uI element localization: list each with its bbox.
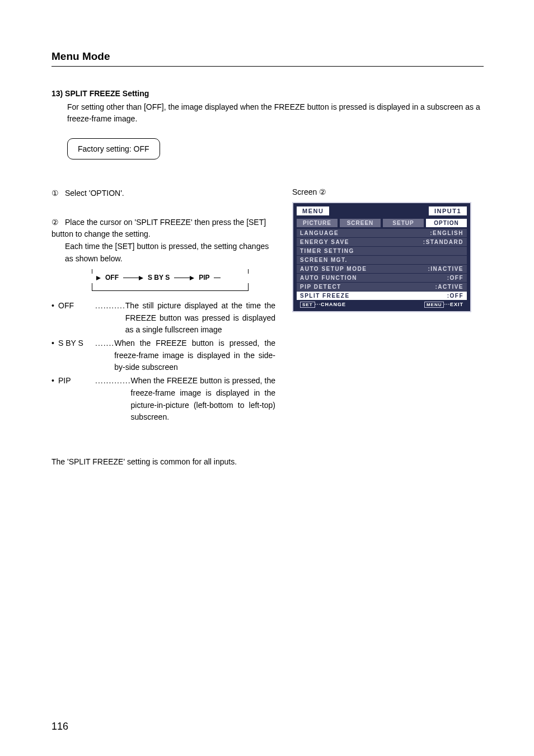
bullet-marker: • <box>51 337 58 374</box>
osd-exit-text: ···EXIT <box>444 302 463 307</box>
bullet-dots: ....... <box>95 337 114 374</box>
osd-row-key: PIP DETECT <box>300 284 435 290</box>
bullet-desc: When the FREEZE button is pressed, the f… <box>131 375 275 424</box>
cycle-sbys: S BY S <box>148 273 170 283</box>
step-2: ②Place the cursor on 'SPLIT FREEZE' then… <box>51 217 275 424</box>
bullet-list: •OFF ........... The still picture displ… <box>51 300 275 424</box>
bullet-desc: When the FREEZE button is pressed, the f… <box>114 337 275 374</box>
bullet-marker: • <box>51 300 58 336</box>
step-2-text-a: Place the cursor on 'SPLIT FREEZE' then … <box>51 218 266 239</box>
bullet-term: PIP <box>58 375 95 424</box>
osd-row-key: SPLIT FREEZE <box>300 293 447 299</box>
bullet-item: •PIP ............. When the FREEZE butto… <box>51 375 275 424</box>
osd-row: LANGUAGE:ENGLISH <box>297 229 467 237</box>
osd-row-key: SCREEN MGT. <box>300 257 463 263</box>
screen-label: Screen ② <box>292 187 471 196</box>
screen-label-num: ② <box>319 187 326 196</box>
bullet-item: •OFF ........... The still picture displ… <box>51 300 275 336</box>
screen-label-prefix: Screen <box>292 187 319 196</box>
osd-input-badge: INPUT1 <box>429 206 467 215</box>
page-title: Menu Mode <box>51 50 484 67</box>
osd-menu: MENU INPUT1 PICTURESCREENSETUPOPTION LAN… <box>292 202 471 312</box>
cycle-pip: PIP <box>199 273 209 283</box>
arrow-right-icon <box>96 276 101 280</box>
left-column: ①Select 'OPTION'. ②Place the cursor on '… <box>51 187 275 466</box>
step-1-marker: ① <box>51 187 65 200</box>
osd-row-key: ENERGY SAVE <box>300 239 423 245</box>
osd-tabs: PICTURESCREENSETUPOPTION <box>297 219 467 227</box>
step-2-text-b: Each time the [SET] button is pressed, t… <box>51 241 275 265</box>
osd-menu-button-label: MENU <box>424 302 444 308</box>
osd-row: PIP DETECT:ACTIVE <box>297 283 467 291</box>
cycle-diagram: OFF S BY S PIP <box>85 269 275 291</box>
osd-row-value: :INACTIVE <box>428 266 464 272</box>
osd-row-value: :OFF <box>447 293 463 299</box>
osd-tab-screen: SCREEN <box>340 219 381 227</box>
osd-rows: LANGUAGE:ENGLISHENERGY SAVE:STANDARDTIME… <box>297 229 467 300</box>
bullet-marker: • <box>51 375 58 424</box>
osd-change-text: ···CHANGE <box>315 302 346 307</box>
osd-row-value: :ACTIVE <box>435 284 464 290</box>
section-intro: For setting other than [OFF], the image … <box>51 101 484 125</box>
step-1: ①Select 'OPTION'. <box>51 187 275 200</box>
bullet-term: OFF <box>58 300 95 336</box>
osd-row: TIMER SETTING <box>297 247 467 255</box>
osd-tab-picture: PICTURE <box>297 219 338 227</box>
osd-row: SPLIT FREEZE :OFF <box>297 292 467 300</box>
step-2-marker: ② <box>51 217 65 229</box>
bullet-dots: ........... <box>95 300 125 336</box>
osd-row-key: LANGUAGE <box>300 230 430 236</box>
osd-row: AUTO FUNCTION:OFF <box>297 274 467 282</box>
bullet-dots: ............. <box>95 375 131 424</box>
bullet-item: •S BY S ....... When the FREEZE button i… <box>51 337 275 374</box>
osd-row: SCREEN MGT. <box>297 256 467 264</box>
common-note: The 'SPLIT FREEZE' setting is common for… <box>51 457 275 466</box>
osd-footer: SET···CHANGE MENU···EXIT <box>297 300 467 308</box>
osd-tab-setup: SETUP <box>383 219 424 227</box>
osd-row-value: :ENGLISH <box>430 230 463 236</box>
osd-row: AUTO SETUP MODE:INACTIVE <box>297 265 467 273</box>
right-column: Screen ② MENU INPUT1 PICTURESCREENSETUPO… <box>292 187 471 312</box>
bullet-desc: The still picture displayed at the time … <box>125 300 275 336</box>
arrow-right-icon <box>139 276 143 280</box>
osd-set-button-label: SET <box>300 302 315 308</box>
osd-row: ENERGY SAVE:STANDARD <box>297 238 467 246</box>
osd-row-value: :OFF <box>447 275 463 281</box>
osd-menu-title: MENU <box>297 206 329 215</box>
osd-row-key: AUTO FUNCTION <box>300 275 447 281</box>
bullet-term: S BY S <box>58 337 95 374</box>
section-heading: 13) SPLIT FREEZE Setting <box>51 89 484 98</box>
osd-tab-option: OPTION <box>426 219 467 227</box>
osd-row-value: :STANDARD <box>423 239 463 245</box>
arrow-right-icon <box>190 276 194 280</box>
cycle-off: OFF <box>105 273 119 283</box>
step-1-text: Select 'OPTION'. <box>65 189 124 198</box>
factory-setting-box: Factory setting: OFF <box>67 138 160 159</box>
page-number: 116 <box>51 721 68 732</box>
osd-row-key: AUTO SETUP MODE <box>300 266 428 272</box>
osd-row-key: TIMER SETTING <box>300 248 463 254</box>
